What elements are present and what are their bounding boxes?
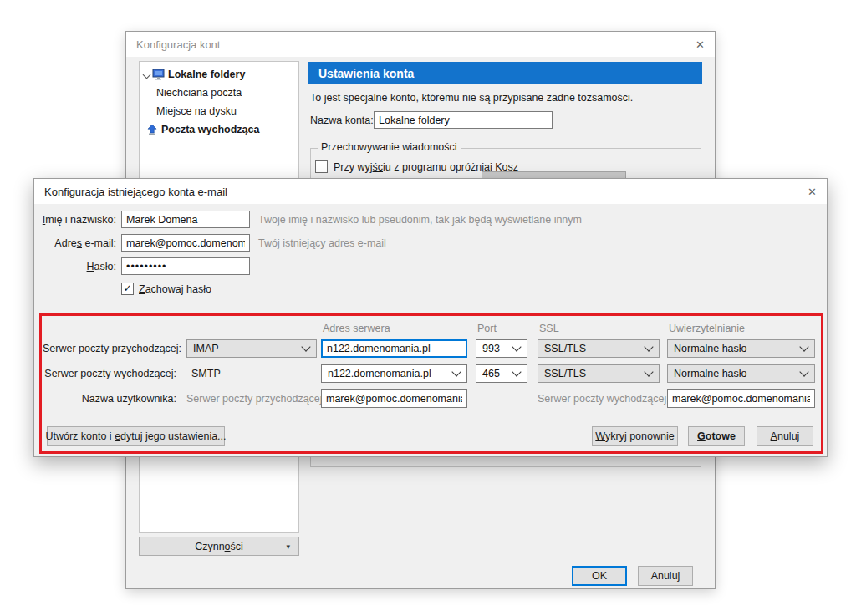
ok-button[interactable]: OK — [572, 566, 627, 586]
done-button[interactable]: Gotowe — [688, 426, 745, 446]
caret-down-icon: ▾ — [286, 542, 290, 551]
window-title: Konfiguracja kont — [136, 38, 220, 51]
account-settings-titlebar: Konfiguracja kont ✕ — [126, 32, 715, 57]
chevron-down-icon — [799, 342, 808, 351]
account-settings-header: Ustawienia konta — [308, 62, 702, 84]
ssl-header: SSL — [539, 323, 559, 334]
sidebar-item-label: Poczta wychodząca — [161, 124, 259, 135]
password-input[interactable] — [121, 257, 250, 275]
full-name-hint: Twoje imię i nazwisko lub pseudonim, tak… — [258, 214, 582, 226]
server-address-header: Adres serwera — [323, 323, 390, 334]
redetect-button[interactable]: Wykryj ponownie — [592, 426, 678, 446]
email-label: Adres e-mail: — [41, 237, 116, 249]
sidebar-item-label: Miejsce na dysku — [156, 105, 237, 117]
tree-expander-icon[interactable] — [143, 71, 151, 79]
chevron-down-icon — [512, 367, 521, 376]
computer-icon — [152, 69, 165, 80]
sidebar-item-niechciana-poczta[interactable]: Niechciana poczta — [140, 84, 298, 102]
sidebar-item-label: Lokalne foldery — [168, 69, 245, 80]
password-label: Hasło: — [41, 261, 116, 272]
chevron-down-icon — [644, 342, 653, 351]
username-outgoing-label: Serwer poczty wychodzącej: — [538, 393, 660, 405]
remember-password-label: Zachowaj hasło — [139, 283, 211, 295]
empty-trash-checkbox[interactable] — [315, 160, 328, 173]
username-incoming-input[interactable] — [321, 389, 467, 408]
desktop: Konfiguracja kont ✕ Lokalne foldery Niec — [0, 0, 856, 616]
username-outgoing-input[interactable] — [667, 389, 815, 408]
incoming-row-label: Serwer poczty przychodzącej: — [43, 343, 176, 354]
close-icon[interactable]: ✕ — [696, 39, 705, 50]
incoming-server-input[interactable] — [321, 339, 467, 358]
username-row-label: Nazwa użytkownika: — [43, 393, 176, 405]
check-icon: ✓ — [123, 283, 131, 294]
outgoing-row-label: Serwer poczty wychodzącej: — [43, 368, 176, 379]
incoming-ssl-select[interactable]: SSL/TLS — [538, 339, 660, 358]
sidebar-item-miejsce-na-dysku[interactable]: Miejsce na dysku — [140, 102, 298, 120]
full-name-input[interactable] — [121, 211, 250, 228]
incoming-auth-select[interactable]: Normalne hasło — [667, 339, 815, 358]
email-hint: Twój istniejący adres e-mail — [258, 237, 386, 249]
email-setup-titlebar: Konfiguracja istniejącego konta e-mail ✕ — [34, 179, 827, 204]
message-storage-legend: Przechowywanie wiadomości — [318, 141, 461, 153]
dialog-cancel-button[interactable]: Anuluj — [757, 426, 813, 446]
email-setup-dialog: Konfiguracja istniejącego konta e-mail ✕… — [33, 178, 828, 457]
create-account-button[interactable]: Utwórz konto i edytuj jego ustawienia... — [47, 426, 225, 446]
close-icon[interactable]: ✕ — [808, 186, 817, 197]
outgoing-auth-select[interactable]: Normalne hasło — [667, 364, 815, 383]
incoming-protocol-select[interactable]: IMAP — [186, 339, 317, 358]
cancel-button[interactable]: Anuluj — [638, 566, 693, 586]
incoming-port-combo[interactable]: 993 — [476, 339, 527, 358]
outgoing-server-combo[interactable]: n122.domenomania.pl — [321, 364, 467, 383]
chevron-down-icon — [301, 342, 310, 351]
sidebar-item-label: Niechciana poczta — [156, 87, 242, 99]
full-name-label: Imię i nazwisko: — [41, 214, 116, 226]
dialog-title: Konfiguracja istniejącego konta e-mail — [44, 186, 227, 198]
outgoing-ssl-select[interactable]: SSL/TLS — [538, 364, 660, 383]
sidebar-item-lokalne-foldery[interactable]: Lokalne foldery — [140, 65, 298, 84]
auth-header: Uwierzytelnianie — [669, 323, 745, 334]
outgoing-port-combo[interactable]: 465 — [476, 364, 527, 383]
remember-password-checkbox[interactable]: ✓ — [121, 283, 134, 295]
chevron-down-icon — [799, 367, 808, 376]
outgoing-protocol-text: SMTP — [191, 368, 221, 379]
account-name-label: Nazwa konta: — [310, 115, 374, 126]
username-incoming-label: Serwer poczty przychodzącej: — [186, 393, 317, 405]
email-input[interactable] — [121, 234, 250, 252]
chevron-down-icon — [644, 367, 653, 376]
chevron-down-icon — [512, 342, 521, 351]
sidebar-item-poczta-wychodzaca[interactable]: Poczta wychodząca — [140, 120, 298, 139]
special-account-description: To jest specjalne konto, któremu nie są … — [310, 92, 633, 104]
actions-button[interactable]: Czynności ▾ — [139, 537, 299, 556]
chevron-down-icon — [451, 367, 461, 376]
outgoing-mail-icon — [146, 124, 158, 135]
port-header: Port — [477, 323, 497, 334]
account-name-input[interactable] — [374, 111, 553, 129]
